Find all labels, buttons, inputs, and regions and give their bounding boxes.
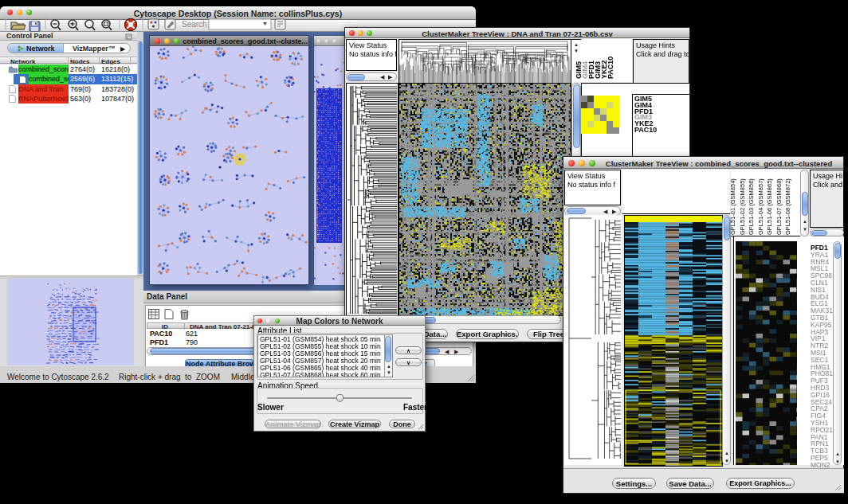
svg-text:Search:: Search: [182,20,209,29]
